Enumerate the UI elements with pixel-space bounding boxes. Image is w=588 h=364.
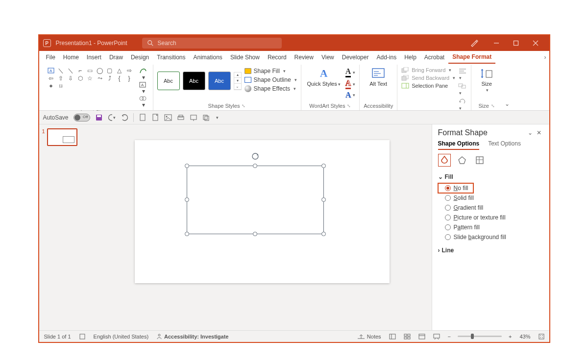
tab-slideshow[interactable]: Slide Show <box>226 51 264 64</box>
tab-draw[interactable]: Draw <box>105 51 127 64</box>
rotate-handle[interactable] <box>251 152 259 160</box>
resize-handle-tr[interactable] <box>321 164 326 168</box>
text-outline-button[interactable]: A▾ <box>345 79 356 89</box>
resize-handle-br[interactable] <box>321 232 326 236</box>
pane-close-button[interactable]: ✕ <box>535 129 543 136</box>
tab-shape-format[interactable]: Shape Format <box>448 51 495 64</box>
spellcheck-icon[interactable] <box>78 333 87 340</box>
line-section-header[interactable]: ›Line <box>438 247 543 254</box>
tab-help[interactable]: Help <box>400 51 420 64</box>
tab-record[interactable]: Record <box>264 51 291 64</box>
tab-addins[interactable]: Add-ins <box>372 51 400 64</box>
text-effects-button[interactable]: A▾ <box>345 91 356 99</box>
shape-line2-icon[interactable]: ＼ <box>67 67 74 74</box>
shape-line-icon[interactable]: ＼ <box>57 67 65 74</box>
fill-option-gradient[interactable]: Gradient fill <box>438 203 543 213</box>
shape-arrow-u-icon[interactable]: ⇧ <box>57 75 65 82</box>
tab-home[interactable]: Home <box>59 51 83 64</box>
zoom-level[interactable]: 43% <box>518 334 531 340</box>
zoom-slider[interactable] <box>458 336 502 337</box>
tab-view[interactable]: View <box>318 51 338 64</box>
redo-button[interactable] <box>121 114 128 121</box>
tab-overflow[interactable]: › <box>541 51 549 64</box>
selection-pane-button[interactable]: Selection Pane <box>401 82 455 89</box>
shape-hex-icon[interactable]: ⬡ <box>76 75 84 82</box>
fill-line-category-icon[interactable] <box>438 154 451 167</box>
undo-button[interactable]: ▾ <box>108 114 116 121</box>
align-button[interactable]: ▾ <box>458 68 467 81</box>
shape-callout-icon[interactable]: ⌑ <box>57 83 65 90</box>
slide-canvas-area[interactable] <box>93 124 432 330</box>
close-button[interactable] <box>526 35 545 51</box>
tab-animations[interactable]: Animations <box>190 51 226 64</box>
size-button[interactable]: Size▾ <box>475 66 498 94</box>
slide-thumbnail-panel[interactable]: 1 <box>39 124 93 330</box>
rotate-button[interactable]: ▾ <box>458 98 467 111</box>
accessibility-indicator[interactable]: Accessibility: Investigate <box>155 334 229 340</box>
resize-handle-bl[interactable] <box>185 232 189 236</box>
edit-shape-button[interactable]: ▾ <box>137 67 149 81</box>
qat-open-button[interactable] <box>151 114 159 121</box>
sorter-view-button[interactable] <box>403 334 412 340</box>
qat-pic-button[interactable] <box>164 114 172 121</box>
minimize-button[interactable] <box>487 35 506 51</box>
zoom-out-button[interactable]: − <box>447 334 452 340</box>
shape-curve-icon[interactable]: ⤳ <box>96 75 104 82</box>
alt-text-button[interactable]: Alt Text <box>367 66 390 88</box>
fill-option-pattern[interactable]: Pattern fill <box>438 222 543 232</box>
resize-handle-tm[interactable] <box>253 164 257 168</box>
tab-review[interactable]: Review <box>291 51 318 64</box>
maximize-button[interactable] <box>506 35 526 51</box>
shape-oval-icon[interactable]: ◯ <box>96 67 104 74</box>
shape-arrow-d-icon[interactable]: ⇩ <box>67 75 74 82</box>
fill-section-header[interactable]: ⌄Fill <box>438 173 543 180</box>
shape-triangle-icon[interactable]: △ <box>116 67 123 74</box>
slide-indicator[interactable]: Slide 1 of 1 <box>43 334 72 340</box>
shape-rect-icon[interactable]: ▭ <box>86 67 94 74</box>
notes-button[interactable]: Notes <box>356 334 382 340</box>
shape-curve2-icon[interactable]: ⤴ <box>106 75 114 82</box>
reading-view-button[interactable] <box>417 334 426 340</box>
resize-handle-bm[interactable] <box>253 232 257 236</box>
thumbnail-1[interactable]: 1 <box>42 128 90 146</box>
size-launcher[interactable]: ⤡ <box>491 103 495 108</box>
selected-rectangle-shape[interactable] <box>187 166 324 234</box>
search-box[interactable]: Search <box>142 38 282 49</box>
qat-copy-button[interactable] <box>202 114 210 121</box>
collapse-ribbon-button[interactable]: ⌄ <box>502 65 513 110</box>
shape-star2-icon[interactable]: ✦ <box>47 83 55 90</box>
shape-arrow-l-icon[interactable]: ⇦ <box>47 75 55 82</box>
quick-styles-button[interactable]: A Quick Styles▾ <box>305 66 343 88</box>
shape-effects-button[interactable]: Shape Effects▾ <box>245 85 297 93</box>
save-button[interactable] <box>95 114 103 121</box>
fill-option-picture[interactable]: Picture or texture fill <box>438 213 543 222</box>
effects-category-icon[interactable] <box>456 154 468 167</box>
fit-to-window-button[interactable] <box>538 334 545 340</box>
shape-roundrect-icon[interactable]: ▢ <box>106 67 114 74</box>
fill-option-slide-bg[interactable]: Slide background fill <box>438 232 543 242</box>
shape-styles-launcher[interactable]: ⤡ <box>242 103 245 108</box>
shape-outline-button[interactable]: Shape Outline▾ <box>245 76 297 84</box>
shape-connector-icon[interactable]: ⌐ <box>76 67 84 74</box>
autosave-toggle[interactable]: Off <box>74 114 90 121</box>
qat-customize[interactable]: ▾ <box>216 115 219 120</box>
coming-soon-icon[interactable] <box>465 39 484 48</box>
resize-handle-mr[interactable] <box>321 197 326 202</box>
bring-forward-button[interactable]: Bring Forward▾ <box>401 67 455 73</box>
style-preset-3[interactable]: Abc <box>208 72 231 90</box>
text-fill-button[interactable]: A▾ <box>345 67 356 77</box>
wordart-launcher[interactable]: ⤡ <box>347 103 351 108</box>
tab-insert[interactable]: Insert <box>83 51 105 64</box>
shape-options-tab[interactable]: Shape Options <box>438 140 480 150</box>
normal-view-button[interactable] <box>388 334 397 340</box>
tab-transitions[interactable]: Transitions <box>153 51 189 64</box>
tab-acrobat[interactable]: Acrobat <box>420 51 448 64</box>
textbox-button[interactable]: A▾ <box>137 82 149 95</box>
size-category-icon[interactable] <box>473 154 486 167</box>
tab-file[interactable]: File <box>42 51 59 64</box>
zoom-knob[interactable] <box>471 334 474 339</box>
thumbnail-preview[interactable] <box>47 128 77 146</box>
language-indicator[interactable]: English (United States) <box>93 334 150 340</box>
fill-option-solid[interactable]: Solid fill <box>438 193 543 203</box>
shape-brace2-icon[interactable]: } <box>125 75 133 82</box>
